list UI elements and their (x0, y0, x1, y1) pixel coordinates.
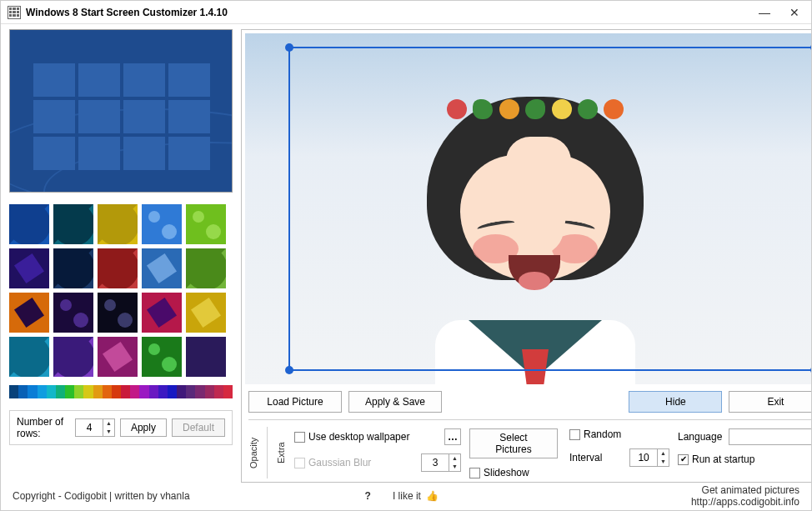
run-startup-label[interactable]: Run at startup (692, 453, 754, 465)
gaussian-input[interactable] (422, 454, 449, 471)
pattern-thumb-8[interactable] (142, 248, 182, 288)
language-combobox[interactable]: ▼ (729, 428, 812, 445)
window-title: Windows 8 Start Screen Customizer 1.4.10 (26, 7, 228, 18)
start-screen-preview (9, 29, 233, 193)
pattern-thumb-2[interactable] (98, 204, 138, 244)
options-panel: Opacity Extra Use desktop wallpaper … Ga… (248, 419, 812, 478)
color-swatch-22[interactable] (214, 385, 223, 398)
random-checkbox[interactable] (569, 429, 580, 440)
gaussian-spinner[interactable]: ▲▼ (421, 453, 461, 472)
crop-handle-tl[interactable] (285, 43, 293, 52)
color-swatch-16[interactable] (158, 385, 168, 398)
color-swatch-9[interactable] (93, 385, 103, 398)
pattern-thumb-12[interactable] (98, 293, 138, 333)
pattern-thumb-0[interactable] (9, 204, 49, 244)
color-swatch-5[interactable] (56, 385, 65, 398)
rows-input[interactable] (76, 419, 103, 436)
left-pane: Number of rows: ▲▼ Apply Default (9, 29, 233, 483)
pattern-thumb-19[interactable] (186, 337, 226, 377)
color-swatch-14[interactable] (139, 385, 148, 398)
color-swatch-18[interactable] (177, 385, 186, 398)
help-button[interactable]: ? (365, 490, 371, 502)
animated-pictures-link[interactable]: Get animated pictures (702, 484, 799, 496)
rows-toolbar: Number of rows: ▲▼ Apply Default (9, 410, 233, 445)
color-swatch-15[interactable] (149, 385, 158, 398)
interval-spinner[interactable]: ▲▼ (629, 448, 669, 467)
thumbs-up-icon: 👍 (426, 490, 439, 502)
pattern-thumb-4[interactable] (186, 204, 226, 244)
color-swatch-4[interactable] (47, 385, 56, 398)
pattern-thumb-10[interactable] (9, 293, 49, 333)
color-swatch-12[interactable] (121, 385, 130, 398)
rows-up[interactable]: ▲ (103, 419, 114, 428)
interval-label: Interval (569, 452, 602, 463)
pattern-thumb-11[interactable] (53, 293, 93, 333)
color-swatch-3[interactable] (38, 385, 47, 398)
pattern-thumbnail-grid (9, 204, 233, 377)
opacity-section-label: Opacity (248, 427, 258, 478)
color-swatch-11[interactable] (112, 385, 121, 398)
footer: Copyright - Codigobit | written by vhanl… (1, 482, 811, 510)
minimize-button[interactable]: — (754, 4, 774, 21)
color-swatch-21[interactable] (205, 385, 214, 398)
rows-spinner[interactable]: ▲▼ (75, 418, 115, 437)
pattern-thumb-14[interactable] (186, 293, 226, 333)
load-picture-button[interactable]: Load Picture (248, 391, 342, 413)
hide-button[interactable]: Hide (629, 391, 722, 413)
pattern-thumb-13[interactable] (142, 293, 182, 333)
select-pictures-button[interactable]: Select Pictures (469, 428, 558, 458)
color-swatch-10[interactable] (103, 385, 112, 398)
pattern-thumb-17[interactable] (98, 337, 138, 377)
gaussian-checkbox (294, 458, 305, 468)
apply-rows-button[interactable]: Apply (120, 418, 167, 437)
rows-down[interactable]: ▼ (103, 428, 114, 436)
browse-wallpaper-button[interactable]: … (444, 428, 461, 445)
color-swatch-19[interactable] (186, 385, 195, 398)
color-swatch-20[interactable] (195, 385, 204, 398)
pattern-thumb-18[interactable] (142, 337, 182, 377)
close-button[interactable]: ✕ (784, 4, 804, 21)
color-swatch-7[interactable] (74, 385, 83, 398)
pattern-thumb-9[interactable] (186, 248, 226, 288)
copyright-text: Copyright - Codigobit | written by vhanl… (13, 490, 190, 502)
color-swatch-1[interactable] (18, 385, 28, 398)
exit-button[interactable]: Exit (729, 391, 812, 413)
pattern-thumb-3[interactable] (142, 204, 182, 244)
color-swatch-8[interactable] (83, 385, 93, 398)
crop-rectangle[interactable] (288, 47, 812, 371)
use-desktop-label[interactable]: Use desktop wallpaper (308, 431, 409, 443)
interval-input[interactable] (630, 449, 657, 466)
main-button-row: Load Picture Apply & Save Hide Exit (245, 384, 812, 419)
website-link[interactable]: http://apps.codigobit.info (691, 496, 799, 508)
color-swatch-23[interactable] (223, 385, 233, 398)
title-bar: Windows 8 Start Screen Customizer 1.4.10… (1, 1, 811, 24)
random-label[interactable]: Random (584, 428, 621, 440)
color-swatch-2[interactable] (28, 385, 37, 398)
like-button[interactable]: I like it 👍 (393, 490, 439, 502)
right-pane: Load Picture Apply & Save Hide Exit Opac… (241, 29, 812, 483)
pattern-thumb-16[interactable] (53, 337, 93, 377)
color-swatch-0[interactable] (9, 385, 18, 398)
color-swatch-17[interactable] (168, 385, 177, 398)
rows-label: Number of rows: (17, 416, 70, 439)
color-strip (9, 385, 233, 398)
pattern-thumb-7[interactable] (98, 248, 138, 288)
apply-save-button[interactable]: Apply & Save (348, 391, 442, 413)
picture-preview[interactable] (245, 33, 812, 384)
crop-handle-bl[interactable] (285, 366, 293, 374)
language-label: Language (678, 431, 722, 443)
pattern-thumb-15[interactable] (9, 337, 49, 377)
default-rows-button: Default (172, 418, 225, 437)
slideshow-checkbox[interactable] (469, 468, 480, 478)
color-swatch-13[interactable] (130, 385, 139, 398)
extra-section-label: Extra (276, 427, 286, 478)
use-desktop-checkbox[interactable] (294, 432, 305, 443)
like-label: I like it (393, 490, 421, 502)
slideshow-label[interactable]: Slideshow (484, 467, 529, 478)
pattern-thumb-5[interactable] (9, 248, 49, 288)
run-startup-checkbox[interactable]: ✔ (678, 454, 689, 465)
pattern-thumb-6[interactable] (53, 248, 93, 288)
pattern-thumb-1[interactable] (53, 204, 93, 244)
app-icon (8, 6, 21, 19)
color-swatch-6[interactable] (65, 385, 74, 398)
